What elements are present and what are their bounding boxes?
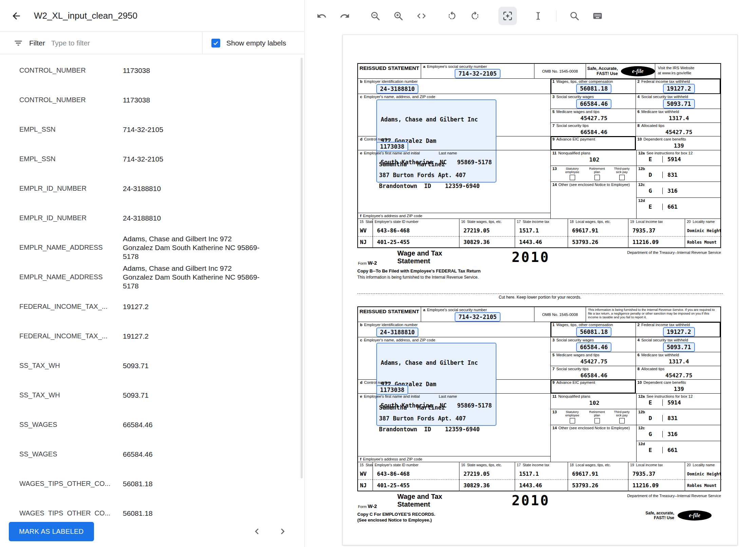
label-row[interactable]: SS_WAGES 66584.46 <box>0 439 304 469</box>
filter-control: Filter <box>0 32 203 54</box>
label-row[interactable]: EMPLR_NAME_ADDRESS Adams, Chase and Gilb… <box>0 233 304 262</box>
chevron-left-icon <box>251 526 263 537</box>
box-6: 6Medicare tax withheld 1317.4 <box>636 109 721 122</box>
box-13: 13 Statutory employee Retirement plan <box>551 409 636 425</box>
state-header: 15 State <box>358 462 373 468</box>
show-empty-labels-checkbox[interactable] <box>211 39 220 48</box>
label-name: SS_TAX_WH <box>19 362 123 370</box>
statutory-employee-checkbox[interactable] <box>570 418 575 423</box>
box-c: cEmployer's name, address, and ZIP code … <box>358 94 550 136</box>
label-row[interactable]: WAGES_TIPS_OTHER_CO... 56081.18 <box>0 469 304 498</box>
annotation-box1[interactable]: 56081.18 <box>576 84 611 93</box>
box-f: fEmployee's address and ZIP code <box>358 456 550 462</box>
annotation-box1[interactable]: 56081.18 <box>576 327 611 337</box>
label-row[interactable]: EMPLR_ID_NUMBER 24-3188810 <box>0 203 304 233</box>
label-value: 5093.71 <box>123 391 294 400</box>
zoom-out-button[interactable] <box>366 7 384 25</box>
document-viewer: REISSUED STATEMENT aEmployee's social se… <box>305 0 756 547</box>
annotation-box2[interactable]: 19127.2 <box>663 84 695 93</box>
previous-page-button[interactable] <box>249 524 264 539</box>
box-6: 6Medicare tax withheld 1317.4 <box>636 352 721 366</box>
label-row[interactable]: EMPL_SSN 714-32-2105 <box>0 144 304 174</box>
annotation-ssn[interactable]: 714-32-2105 <box>455 312 500 322</box>
box-11-13-14-column: 11Nonqualified plans 102 13 Statutory em… <box>551 150 636 219</box>
annotation-box2[interactable]: 19127.2 <box>663 327 695 337</box>
state-tax-cell: 1517.1 <box>515 468 568 480</box>
text-select-icon <box>533 11 543 21</box>
label-row[interactable]: EMPLR_NAME_ADDRESS Adams, Chase and Gilb… <box>0 262 304 292</box>
box-f: fEmployee's address and ZIP code <box>358 213 550 219</box>
retirement-plan-checkbox[interactable] <box>594 175 600 180</box>
employee-street: 387 Burton Fords Apt. 407 <box>379 172 550 178</box>
annotation-control-number[interactable]: 1173038 <box>376 385 408 395</box>
tax-year: 2010 <box>512 493 550 508</box>
tax-year: 2010 <box>512 249 550 265</box>
retirement-plan-checkbox[interactable] <box>594 418 600 423</box>
sidebar-scrollbar[interactable] <box>301 58 303 478</box>
show-empty-labels-label: Show empty labels <box>226 39 286 47</box>
mark-as-labeled-button[interactable]: MARK AS LABELED <box>9 522 94 541</box>
label-value: 24-3188810 <box>123 214 294 223</box>
box-d: dControl number 1173038 <box>358 136 550 150</box>
statutory-employee-checkbox[interactable] <box>570 175 575 180</box>
cut-line-text: Cut here. Keep lower portion for your re… <box>343 295 737 300</box>
text-select-button[interactable] <box>529 7 547 25</box>
rotate-left-button[interactable] <box>443 7 461 25</box>
label-value: Adams, Chase and Gilbert Inc 972 Gonzale… <box>123 234 294 261</box>
redo-button[interactable] <box>336 7 354 25</box>
next-page-button[interactable] <box>275 524 290 539</box>
label-row[interactable]: FEDERAL_INCOME_TAX_... 19127.2 <box>0 292 304 321</box>
keyboard-shortcuts-button[interactable] <box>588 7 607 25</box>
box-12b: 12b D831 <box>637 166 720 182</box>
filter-input[interactable] <box>51 39 202 47</box>
search-button[interactable] <box>565 7 584 25</box>
local-wages-header: 18 Local wages, tips, etc. <box>568 462 628 468</box>
toolbar-divider <box>556 10 556 22</box>
state-cell: WV <box>358 468 373 480</box>
annotation-box4[interactable]: 5093.71 <box>663 99 695 109</box>
code-icon <box>416 11 427 21</box>
third-party-sick-pay-checkbox[interactable] <box>619 418 625 423</box>
label-row[interactable]: SS_WAGES 66584.46 <box>0 410 304 439</box>
state-id-cell: 643-86-468 <box>373 225 459 237</box>
omb-number: OMB No. 1545-0008 <box>534 307 586 322</box>
zoom-in-button[interactable] <box>389 7 408 25</box>
employee-name: Samantha Martinez <box>379 161 550 168</box>
back-button[interactable] <box>10 9 23 23</box>
w2-form: REISSUED STATEMENT aEmployee's social se… <box>357 306 721 525</box>
annotation-box3[interactable]: 66584.46 <box>576 342 611 352</box>
annotation-ein[interactable]: 24-3188810 <box>376 327 418 337</box>
code-view-button[interactable] <box>412 7 431 25</box>
box-9: 9Advance EIC payment <box>551 380 636 393</box>
locality-header: 20 Locality name <box>685 462 722 468</box>
undo-button[interactable] <box>313 7 331 25</box>
label-row[interactable]: EMPL_SSN 714-32-2105 <box>0 115 304 144</box>
rotate-right-icon <box>470 11 480 21</box>
copy-note: Copy C For EMPLOYEE'S RECORDS. (See encl… <box>357 512 721 525</box>
box-1: 1Wages, tips, other compensation 56081.1… <box>551 79 636 94</box>
third-party-sick-pay-checkbox[interactable] <box>619 175 625 180</box>
annotation-ssn[interactable]: 714-32-2105 <box>455 69 500 78</box>
label-value: 56081.18 <box>123 509 294 516</box>
add-bounding-box-button[interactable] <box>498 7 517 25</box>
state-wages-cell: 27219.05 <box>459 225 515 237</box>
label-row[interactable]: FEDERAL_INCOME_TAX_... 19127.2 <box>0 321 304 351</box>
annotation-control-number[interactable]: 1173038 <box>376 142 408 151</box>
label-row[interactable]: SS_TAX_WH 5093.71 <box>0 380 304 410</box>
efile-logo: e-file <box>678 510 712 521</box>
annotation-ein[interactable]: 24-3188810 <box>376 84 418 94</box>
label-row[interactable]: WAGES_TIPS_OTHER_CO... 56081.18 <box>0 498 304 516</box>
label-row[interactable]: EMPLR_ID_NUMBER 24-3188810 <box>0 174 304 203</box>
annotation-box3[interactable]: 66584.46 <box>576 99 611 109</box>
rotate-right-button[interactable] <box>466 7 484 25</box>
efile-footer: Safe, accurate, FAST! Use e-file <box>645 510 712 521</box>
label-row[interactable]: CONTROL_NUMBER 1173038 <box>0 85 304 115</box>
third-party-sick-pay-option: Third-party sick pay <box>611 410 633 423</box>
local-tax-cell: 11216.09 <box>628 480 685 491</box>
annotation-box4[interactable]: 5093.71 <box>663 342 695 352</box>
label-row[interactable]: CONTROL_NUMBER 1173038 <box>0 56 304 85</box>
label-row[interactable]: SS_TAX_WH 5093.71 <box>0 351 304 380</box>
sidebar: W2_XL_input_clean_2950 Filter Show empty… <box>0 0 305 547</box>
label-name: EMPLR_NAME_ADDRESS <box>19 244 123 251</box>
label-name: FEDERAL_INCOME_TAX_... <box>19 332 123 340</box>
